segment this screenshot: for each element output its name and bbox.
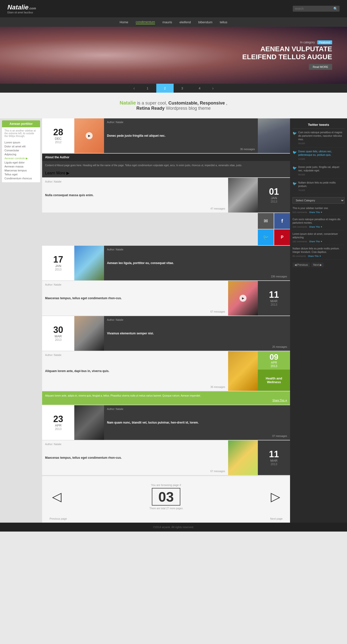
tweet-item-1: 🐦 Cum socis natoque penatibus et magnis … [292,131,344,148]
category-select[interactable]: Select Category Health Technology Travel [292,197,344,204]
search-icon[interactable]: 🔍 [334,7,338,11]
social-pinterest-btn[interactable]: P [274,229,290,245]
post-image-2 [228,178,258,212]
nav-home[interactable]: Home [120,20,128,24]
post-row-3: 17 JAN 2013 Author: Natalie Aenean leo l… [42,246,290,280]
twitter-widget-title: Twitter tweets [292,121,344,129]
tweet-time: 59,920 [298,174,344,176]
slider-next[interactable]: › [208,84,218,93]
sidebar-menu-item[interactable]: Tellus eget [4,172,38,176]
nav-bibendum[interactable]: bibendum [198,20,212,24]
social-email-btn[interactable]: ✉ [258,213,274,229]
sidebar-menu-item[interactable]: Dolor sit amet elit [4,144,38,148]
about-author-learn-more[interactable]: Learn More ▶ [42,170,290,177]
slider-page-2[interactable]: 2 [156,84,174,93]
recent-post-2: Cum socis natoque penatibus et magnis di… [292,218,344,230]
recent-posts-widget: This is your sidebar number one. 523 com… [292,206,344,260]
slider-page-4[interactable]: 4 [191,84,208,93]
search-input[interactable] [295,7,332,10]
footer: ©2014 aryank. All rights reserved. [0,523,347,532]
tweet-time: 13,920 [298,158,344,160]
post-messages: 36 messages [107,148,255,150]
post-info-4: Author: Natalie Maecenas tempus, tellus … [42,281,228,316]
slider-page-3[interactable]: 3 [174,84,191,93]
post-title[interactable]: Nulla consequat massa quis enim. [45,194,225,197]
sidebar-prev-button[interactable]: ◀ Previous [292,262,310,267]
post-day: 01 [269,187,279,196]
post-author: Author: Natalie [45,180,225,183]
post-date-3: 17 JAN 2013 [42,246,74,280]
sidebar-menu-item[interactable]: Ligula eget dolor [4,160,38,164]
sidebar-menu-item-active[interactable]: Aenean condodo ▶ [4,156,38,160]
slider-nav: ‹ 1 2 3 4 › [0,84,347,93]
play-button[interactable]: ▶ [240,295,246,302]
comments-count: 89 comments [292,255,306,257]
social-twitter-btn[interactable]: 🐦 [258,229,274,245]
header: Natalie.com Etiam sit amet faucibus 🔍 [0,0,347,17]
category-select-wrapper: Select Category Health Technology Travel [292,197,344,204]
health-title-block: Health and Wellness [258,370,290,391]
browsing-label: You are browsing page # [149,484,183,486]
post-row-4: Author: Natalie Maecenas tempus, tellus … [42,281,290,316]
post-image-7 [74,405,104,440]
search-box[interactable]: 🔍 [293,6,340,12]
sidebar-pagination: ◀ Previous Next ▶ [292,262,344,267]
recent-post-text: Nullam dictum felis eu pede mollis preti… [292,247,344,254]
post-info-8: Author: Natalie Maecenas tempus, tellus … [42,440,228,475]
post-author: Author: Natalie [107,121,255,124]
recent-post-text: Cum socis natoque penatibus et magnis di… [292,218,344,225]
slider-page-1[interactable]: 1 [139,84,156,93]
share-link[interactable]: Share This ✦ [309,240,322,243]
comments-count: 182 comments [292,240,307,243]
nav-condimentum[interactable]: condimentum [136,20,155,24]
sidebar-menu-item[interactable]: Maecenas tempus [4,168,38,172]
tagline-bold1: Customizable, Responsive [168,100,225,106]
hero-section: In category : Featured AENEAN VULPUTATE … [0,27,347,84]
nav-tellus[interactable]: tellus [220,20,227,24]
post-year: 2013 [271,200,278,203]
next-page-label: Next page [270,517,282,520]
nav-mauris[interactable]: mauris [162,20,172,24]
share-link[interactable]: Share This ✦ [309,211,322,214]
share-link[interactable]: Share This ✦ [308,255,321,257]
slider-prev[interactable]: ‹ [130,84,139,93]
sidebar-menu-item[interactable]: Consectutar [4,148,38,152]
nav-eleifend[interactable]: eleifend [180,20,191,24]
page-info: You are browsing page # 03 There are tot… [149,484,183,510]
share-link[interactable]: Share This ✦ [309,226,322,228]
tweet-bird-icon: 🐦 [292,150,297,160]
social-facebook-btn[interactable]: f [274,213,290,229]
tweet-item-3: 🐦 Donec pede justo, fringilla val, aliqu… [292,166,344,178]
post-row-1: 28 DEC 2012 ▶ Author: Natalie Donec pede… [42,118,290,153]
tagline-text1: is a super cool, [137,100,168,106]
post-row-5: 30 MAR 2013 Author: Natalie Vivamus elem… [42,316,290,351]
tweet-item-4: 🐦 Nullam dictum felis eu pede mollis pre… [292,181,344,194]
play-button[interactable]: ▶ [86,132,93,139]
sidebar-menu-item[interactable]: Condimentum rhoncus [4,176,38,180]
tweet-time: 59,920 [298,142,344,145]
read-more-button[interactable]: Read MORE [309,64,332,70]
left-sidebar: Aenean porttitor This is an another side… [0,118,42,523]
next-page-button[interactable]: ▷ [271,490,280,504]
post-date-7: 23 APR 2013 [42,405,74,440]
post-month: JAN [271,196,277,200]
post-info-5: Author: Natalie Vivamus elementum semper… [104,316,290,351]
post-info-1: Author: Natalie Donec pede justo fringil… [104,118,258,153]
tweet-text: Donec pede justo, fringilla val, aliquet… [298,166,344,172]
sidebar-menu: Lorem ipsum Dolor sit amet elit Consectu… [2,140,40,182]
page-total: There are total 27 more pages [149,507,183,510]
comments-count: 306 comments [292,226,307,228]
prev-page-button[interactable]: ◁ [52,490,62,504]
sidebar-menu-item[interactable]: Aemean massa [4,164,38,168]
sidebar-widget-title: Aenean porttitor [2,120,40,127]
sidebar-menu-item[interactable]: Lorem ipsum [4,140,38,144]
health-share[interactable]: Share This ✦ [272,399,287,402]
post-date-8: 11 MAR 2013 [258,440,290,475]
post-image-health [228,351,258,391]
recent-post-meta: 306 comments Share This ✦ [292,226,344,228]
sidebar-next-button[interactable]: Next ▶ [311,262,324,267]
post-title[interactable]: Donec pede justo fringilla vel aliquet n… [107,134,255,138]
post-row-7: 23 APR 2013 Author: Natalie Nam quam nun… [42,405,290,440]
previous-page-label: Previous page [50,517,67,520]
sidebar-menu-item[interactable]: Adpiscing [4,152,38,156]
